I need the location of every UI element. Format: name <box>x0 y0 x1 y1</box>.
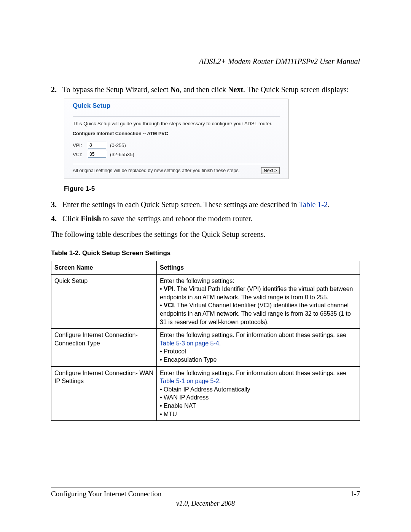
screenshot-intro: This Quick Setup will guide you through … <box>73 121 280 126</box>
step-number: 3. <box>51 200 62 210</box>
page: ADSL2+ Modem Router DM111PSPv2 User Manu… <box>0 0 411 532</box>
vpi-input[interactable] <box>88 142 106 149</box>
list-item: VCI. The Virtual Channel Identifier (VCI… <box>160 301 357 326</box>
body-paragraph: The following table describes the settin… <box>51 229 360 240</box>
vci-label: VCI: <box>73 152 88 157</box>
screenshot-section-label: Configure Internet Connection -- ATM PVC <box>73 131 280 136</box>
step-text: Enter the settings in each Quick Setup s… <box>62 200 360 210</box>
bold-finish: Finish <box>81 214 101 223</box>
next-button[interactable]: Next > <box>261 167 280 174</box>
table-row: Configure Internet Connection- Connectio… <box>51 329 360 366</box>
step-text: Click Finish to save the settings and re… <box>62 214 360 224</box>
text: . The Quick Setup screen displays: <box>243 85 349 94</box>
cell-settings: Enter the following settings. For inform… <box>157 366 360 421</box>
step-text: To bypass the Setup Wizard, select No, a… <box>62 85 360 95</box>
header-rule <box>51 69 360 69</box>
table-row: Configure Internet Connection- WAN IP Se… <box>51 366 360 421</box>
footer-rule <box>51 487 360 487</box>
footer-section: Configuring Your Internet Connection <box>51 490 161 498</box>
list-item: Enable NAT <box>160 402 357 410</box>
step-3: 3. Enter the settings in each Quick Setu… <box>51 200 360 210</box>
cell-settings: Enter the following settings. For inform… <box>157 329 360 366</box>
cell-settings: Enter the following settings: VPI. The V… <box>157 274 360 329</box>
cell-screen-name: Configure Internet Connection- Connectio… <box>51 329 157 366</box>
text: . <box>219 340 221 347</box>
text: , and then click <box>180 85 228 94</box>
list-item: VPI. The Virtual Path Identifier (VPI) i… <box>160 285 357 301</box>
term-vci: VCI <box>164 302 174 308</box>
figure-caption: Figure 1-5 <box>64 185 360 193</box>
step-number: 2. <box>51 85 62 95</box>
cell-lead: Enter the following settings. For inform… <box>160 331 357 347</box>
screenshot-rule <box>73 164 280 164</box>
table-caption: Table 1-2. Quick Setup Screen Settings <box>51 249 360 257</box>
bold-next: Next <box>228 85 243 94</box>
text: . The Virtual Channel Identifier (VCI) i… <box>160 302 351 325</box>
bold-no: No <box>170 85 179 94</box>
vpi-row: VPI: (0-255) <box>73 142 280 149</box>
bullet-list: VPI. The Virtual Path Identifier (VPI) i… <box>160 285 357 326</box>
list-item: WAN IP Address <box>160 393 357 402</box>
list-item: Protocol <box>160 347 357 356</box>
bullet-list: Protocol Encapsulation Type <box>160 347 357 364</box>
header-screen-name: Screen Name <box>51 261 157 275</box>
page-footer: Configuring Your Internet Connection 1-7… <box>51 487 360 508</box>
vpi-range: (0-255) <box>110 142 126 148</box>
list-item: Obtain IP Address Automatically <box>160 385 357 394</box>
text: to save the settings and reboot the mode… <box>101 214 253 223</box>
table-header-row: Screen Name Settings <box>51 261 360 275</box>
vci-input[interactable] <box>88 151 106 158</box>
vci-range: (32-65535) <box>110 152 134 157</box>
screenshot-title: Quick Setup <box>73 102 280 110</box>
table-row: Quick Setup Enter the following settings… <box>51 274 360 329</box>
header-settings: Settings <box>157 261 360 275</box>
table-5-1-link[interactable]: Table 5-1 on page 5-2 <box>160 378 219 384</box>
cell-screen-name: Quick Setup <box>51 274 157 329</box>
footer-page-number: 1-7 <box>350 490 360 498</box>
vci-row: VCI: (32-65535) <box>73 151 280 158</box>
text: Enter the settings in each Quick Setup s… <box>62 200 299 209</box>
text: . <box>328 200 330 209</box>
footer-version: v1.0, December 2008 <box>51 500 360 508</box>
cell-lead: Enter the following settings: <box>160 277 357 285</box>
text: . <box>219 378 221 384</box>
cell-lead: Enter the following settings. For inform… <box>160 369 357 385</box>
text: . The Virtual Path Identifier (VPI) iden… <box>160 286 353 300</box>
table-5-3-link[interactable]: Table 5-3 on page 5-4 <box>160 340 219 347</box>
step-number: 4. <box>51 214 62 224</box>
vpi-label: VPI: <box>73 142 88 148</box>
screenshot-rule <box>73 117 280 117</box>
text: Enter the following settings. For inform… <box>160 332 346 338</box>
running-header: ADSL2+ Modem Router DM111PSPv2 User Manu… <box>51 57 360 69</box>
list-item: Encapsulation Type <box>160 356 357 364</box>
term-vpi: VPI <box>164 286 174 292</box>
text: To bypass the Setup Wizard, select <box>62 85 170 94</box>
list-item: MTU <box>160 410 357 419</box>
bullet-list: Obtain IP Address Automatically WAN IP A… <box>160 385 357 418</box>
screenshot-footer: All original settings will be replaced b… <box>73 167 280 174</box>
quick-setup-screenshot: Quick Setup This Quick Setup will guide … <box>64 99 288 179</box>
text: Enter the following settings. For inform… <box>160 370 346 376</box>
step-2: 2. To bypass the Setup Wizard, select No… <box>51 85 360 95</box>
screenshot-footer-note: All original settings will be replaced b… <box>73 168 240 173</box>
text: Click <box>62 214 81 223</box>
table-1-2-link[interactable]: Table 1-2 <box>299 200 328 209</box>
cell-screen-name: Configure Internet Connection- WAN IP Se… <box>51 366 157 421</box>
step-4: 4. Click Finish to save the settings and… <box>51 214 360 224</box>
settings-table: Screen Name Settings Quick Setup Enter t… <box>51 261 360 421</box>
